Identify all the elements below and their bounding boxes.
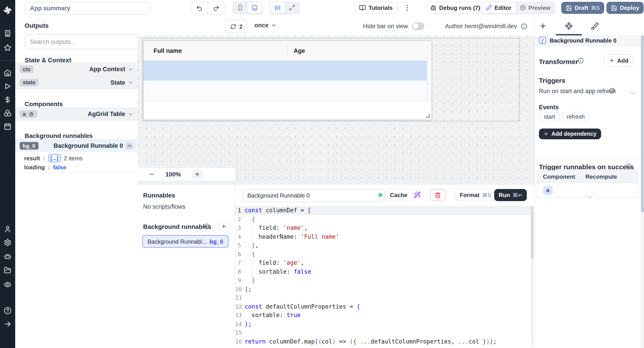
add-background-runnable-button[interactable]: [218, 220, 230, 232]
gear-icon[interactable]: [4, 239, 12, 246]
output-row-bg0[interactable]: bg_0 Background Runnable 0: [15, 139, 138, 152]
deploy-button[interactable]: Deploy: [606, 2, 644, 14]
tutorials-button[interactable]: Tutorials: [354, 2, 398, 14]
boxes-icon[interactable]: [4, 109, 12, 117]
info-icon[interactable]: [626, 163, 632, 169]
calendar-icon[interactable]: [4, 123, 12, 130]
info-icon[interactable]: [578, 58, 584, 64]
info-icon[interactable]: [204, 224, 210, 229]
code-line[interactable]: 15: [235, 328, 530, 337]
right-panel-scrollbar[interactable]: [641, 35, 644, 348]
chevron-down-icon[interactable]: [128, 111, 133, 117]
code-line[interactable]: 5 },: [235, 241, 530, 250]
result-expand-box[interactable]: [...]: [48, 154, 61, 162]
run-button[interactable]: Run ⌘↵: [494, 189, 527, 201]
code-line[interactable]: 10];: [235, 285, 530, 293]
zoom-in-button[interactable]: [192, 169, 202, 179]
resize-handle-icon[interactable]: [426, 114, 430, 118]
aggrid-selected-row[interactable]: [143, 61, 431, 81]
center-layout-button[interactable]: [270, 2, 285, 13]
user-icon[interactable]: [4, 225, 12, 233]
refresh-count-box[interactable]: 2: [226, 20, 247, 33]
component-a-chip[interactable]: a: [543, 186, 553, 195]
more-menu-button[interactable]: [404, 4, 411, 12]
code-line[interactable]: 2 {: [235, 215, 530, 224]
output-row-ctx[interactable]: ctx App Context: [15, 62, 138, 76]
add-transformer-button[interactable]: Add: [604, 54, 634, 67]
code-line[interactable]: 1const columnDef = [: [235, 206, 530, 215]
add-dependency-button[interactable]: Add dependency: [539, 128, 601, 139]
draft-button[interactable]: Draft ⌘S: [561, 2, 604, 14]
windmill-logo-icon[interactable]: [3, 6, 12, 15]
event-chip-start[interactable]: start: [539, 112, 560, 121]
redo-button[interactable]: [208, 2, 224, 14]
folder-open-icon[interactable]: [4, 266, 12, 274]
mobile-view-button[interactable]: [233, 2, 247, 13]
output-row-state[interactable]: state State: [15, 76, 138, 89]
code-line[interactable]: 7 field: 'age',: [235, 258, 530, 267]
undo-redo-group: [190, 2, 225, 15]
info-icon[interactable]: [521, 23, 527, 29]
hide-bar-toggle[interactable]: [412, 22, 424, 30]
app-summary-input[interactable]: [25, 2, 150, 15]
code-line[interactable]: 12const defaultColumnProperties = {: [235, 302, 530, 311]
cache-button[interactable]: Cache: [385, 189, 412, 201]
line-number: 11: [235, 294, 241, 301]
ai-wand-icon[interactable]: [414, 191, 421, 198]
code-line[interactable]: 6 {: [235, 250, 530, 258]
chevron-down-icon[interactable]: [128, 80, 133, 85]
delete-runnable-button[interactable]: [430, 189, 446, 201]
column-separator[interactable]: [286, 46, 287, 55]
background-runnable-item[interactable]: Background Runnabl... bg_0: [142, 235, 228, 248]
help-circle-icon[interactable]: [4, 307, 12, 314]
code-line[interactable]: 4 headerName: 'Full name': [235, 232, 530, 241]
preview-tab[interactable]: Preview: [516, 2, 554, 13]
editor-scrollbar[interactable]: [531, 206, 534, 347]
zoom-out-button[interactable]: [148, 171, 155, 177]
home-icon[interactable]: [4, 69, 12, 77]
styling-tab[interactable]: [591, 22, 599, 30]
frequency-select[interactable]: once: [254, 22, 276, 29]
aggrid-row[interactable]: [143, 81, 431, 101]
code-line[interactable]: 14};: [235, 319, 530, 328]
debug-runs-button[interactable]: Debug runs (7): [425, 2, 485, 14]
component-settings-tab[interactable]: [565, 22, 573, 30]
result-row[interactable]: result: [...] 2 items: [24, 154, 82, 162]
bug-icon: [430, 5, 436, 11]
aggrid-column-fullname[interactable]: Full name: [143, 47, 182, 54]
runnable-name-input[interactable]: [242, 189, 384, 202]
code-line[interactable]: 16return columnDef.map((col) => ({ ...de…: [235, 337, 530, 346]
eye-icon[interactable]: [4, 281, 12, 288]
star-icon[interactable]: [4, 44, 12, 52]
info-icon[interactable]: [609, 88, 615, 94]
output-row-component-a[interactable]: a AgGrid Table: [15, 107, 138, 120]
code-line[interactable]: 9 }: [235, 276, 530, 285]
loading-row[interactable]: loading: false: [24, 164, 66, 171]
event-chip-refresh[interactable]: refresh: [562, 112, 590, 121]
fullwidth-layout-button[interactable]: [285, 2, 299, 13]
dollar-sign-icon[interactable]: [4, 96, 12, 103]
undo-button[interactable]: [191, 2, 208, 14]
chevron-up-icon[interactable]: [126, 142, 133, 149]
aggrid-table-component[interactable]: Full name Age: [143, 40, 432, 120]
code-line[interactable]: 8 sortable: false: [235, 267, 530, 276]
insert-component-tab[interactable]: [539, 22, 547, 30]
robot-icon[interactable]: [4, 253, 12, 260]
code-lines[interactable]: 1const columnDef = [2 {3 field: 'name',4…: [235, 206, 530, 348]
code-line[interactable]: 13 sortable: true: [235, 311, 530, 319]
code-line[interactable]: 3 field: 'name',: [235, 224, 530, 232]
right-panel-scrollbar-thumb[interactable]: [641, 35, 644, 212]
play-icon[interactable]: [4, 82, 12, 90]
code-line[interactable]: 11: [235, 293, 530, 302]
chevron-down-icon[interactable]: [128, 67, 133, 72]
building-icon[interactable]: [4, 30, 12, 37]
aggrid-scrollbar[interactable]: [426, 61, 431, 100]
app-canvas[interactable]: Full name Age 100%: [138, 36, 535, 184]
search-outputs-input[interactable]: [24, 34, 143, 49]
aggrid-column-age[interactable]: Age: [294, 47, 305, 54]
arrow-right-icon[interactable]: [4, 320, 12, 328]
desktop-view-button[interactable]: [247, 2, 262, 13]
editor-tab[interactable]: Editor: [482, 2, 516, 13]
editor-scrollbar-thumb[interactable]: [531, 206, 534, 259]
format-button[interactable]: Format ⌘S: [455, 189, 496, 201]
